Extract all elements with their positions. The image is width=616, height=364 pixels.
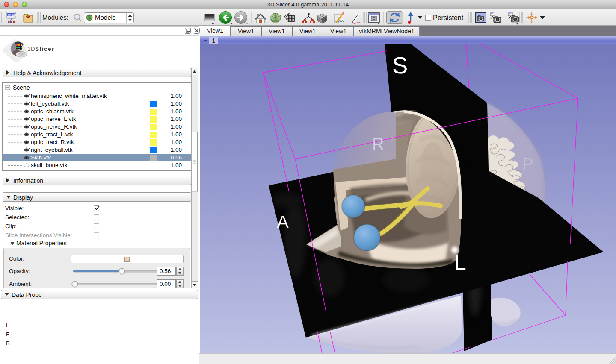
svg-text:3D: 3D xyxy=(27,46,35,52)
svg-text:Modules:: Modules: xyxy=(42,14,68,21)
svg-text:L: L xyxy=(454,250,466,274)
svg-text:P: P xyxy=(522,155,533,173)
svg-text:R: R xyxy=(372,135,384,153)
svg-text:Persistent: Persistent xyxy=(433,14,464,21)
svg-text:Models: Models xyxy=(95,14,116,21)
svg-text:S: S xyxy=(392,52,408,79)
svg-text:A: A xyxy=(277,212,289,232)
svg-text:MRML: MRML xyxy=(8,13,17,16)
svg-text:Slicer: Slicer xyxy=(35,46,55,52)
